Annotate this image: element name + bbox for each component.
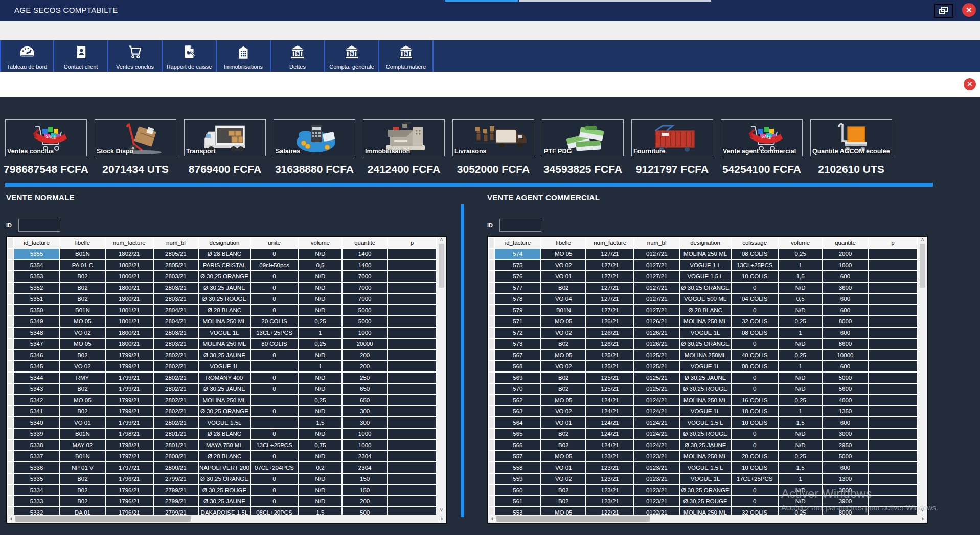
grid-cell[interactable]: 7000	[343, 271, 386, 282]
grid-cell[interactable]	[869, 496, 917, 506]
grid-cell[interactable]: 5346	[14, 350, 59, 360]
grid-cell[interactable]: 0,25	[779, 507, 822, 515]
grid-cell[interactable]: MOLINA 250 ML	[680, 249, 731, 259]
grid-cell[interactable]: Ø 30,25 JAUNE	[680, 373, 731, 383]
vertical-scroll-thumb[interactable]	[439, 244, 444, 288]
grid-cell[interactable]: MO 05	[541, 395, 585, 405]
grid-cell[interactable]: 0123/21	[634, 462, 679, 473]
grid-cell[interactable]: Ø 30,25 ROUGE	[199, 294, 250, 304]
row-selector-stub[interactable]	[8, 361, 13, 371]
grid-cell[interactable]: 2799/21	[154, 485, 198, 495]
grid-cell[interactable]: 124/21	[586, 417, 633, 428]
grid-cell[interactable]: MO 05	[60, 339, 105, 349]
grid-cell[interactable]: 0125/21	[634, 350, 679, 360]
column-header[interactable]: volume	[299, 238, 341, 248]
grid-cell[interactable]: 1400	[343, 249, 386, 259]
grid-cell[interactable]: 1,5	[779, 417, 822, 428]
grid-cell[interactable]: 80 COLIS	[251, 339, 298, 349]
grid-cell[interactable]: 200	[343, 361, 386, 371]
grid-cell[interactable]: MO 05	[541, 507, 585, 515]
grid-cell[interactable]: 2801/21	[154, 429, 198, 439]
grid-cell[interactable]: 600	[823, 417, 868, 428]
grid-cell[interactable]: 10 COLIS	[732, 271, 778, 282]
grid-cell[interactable]: 5335	[14, 474, 59, 484]
grid-cell[interactable]: VO 02	[541, 474, 585, 484]
grid-cell[interactable]	[869, 474, 917, 484]
row-selector-stub[interactable]	[8, 373, 13, 383]
grid-cell[interactable]: 1	[779, 260, 822, 270]
grid-cell[interactable]: VOGUE 1L	[680, 474, 731, 484]
grid-cell[interactable]: VOGUE 1L	[680, 328, 731, 338]
grid-cell[interactable]: 0124/21	[634, 440, 679, 450]
grid-cell[interactable]: N/D	[299, 305, 341, 315]
grid-cell[interactable]: 1	[779, 406, 822, 416]
grid-cell[interactable]: N/D	[299, 283, 341, 293]
horizontal-scrollbar[interactable]: ‹›	[488, 515, 927, 523]
row-selector-stub[interactable]	[489, 451, 494, 461]
grid-cell[interactable]	[388, 283, 436, 293]
toolbar-item-contact-client[interactable]: Contact client	[54, 40, 108, 72]
grid-cell[interactable]: 0127/21	[634, 294, 679, 304]
kpi-card-image-box[interactable]: Stock Dispo	[95, 119, 176, 156]
grid-cell[interactable]: 5353	[14, 271, 59, 282]
column-header[interactable]: num_bl	[634, 238, 679, 248]
grid-cell[interactable]: 7000	[343, 294, 386, 304]
grid-cell[interactable]: 0	[732, 440, 778, 450]
grid-cell[interactable]: B02	[541, 496, 585, 506]
grid-cell[interactable]: 04 COLIS	[732, 294, 778, 304]
horizontal-scroll-thumb[interactable]	[15, 516, 191, 522]
grid-cell[interactable]: Ø 30,25 ROUGE	[680, 496, 731, 506]
grid-cell[interactable]: 564	[495, 417, 540, 428]
grid-cell[interactable]: 126/21	[586, 339, 633, 349]
grid-cell[interactable]	[869, 350, 917, 360]
grid-cell[interactable]: MO 05	[541, 350, 585, 360]
scroll-up-icon[interactable]: ˄	[921, 237, 924, 244]
grid-cell[interactable]	[388, 395, 436, 405]
grid-cell[interactable]: B02	[541, 373, 585, 383]
grid-cell[interactable]: 2802/21	[154, 361, 198, 371]
grid-cell[interactable]: VOGUE 1.5 L	[680, 462, 731, 473]
grid-cell[interactable]: 557	[495, 451, 540, 461]
grid-cell[interactable]: 18 COLIS	[732, 406, 778, 416]
grid-cell[interactable]: 07CL+204PCS	[251, 462, 298, 473]
grid-cell[interactable]: 122/21	[586, 507, 633, 515]
grid-cell[interactable]: Ø 28 BLANC	[680, 305, 731, 315]
grid-cell[interactable]: VOGUE 1L	[680, 361, 731, 371]
grid-cell[interactable]	[388, 339, 436, 349]
grid-cell[interactable]: 0	[251, 451, 298, 461]
grid-cell[interactable]: VOGUE 1.5L	[199, 417, 250, 428]
grid-cell[interactable]: MO 05	[541, 451, 585, 461]
grid-cell[interactable]: 1	[779, 474, 822, 484]
row-selector-stub[interactable]	[8, 417, 13, 428]
grid-cell[interactable]: 5343	[14, 384, 59, 394]
grid-cell[interactable]: MAYA 750 ML	[199, 440, 250, 450]
grid-cell[interactable]	[388, 384, 436, 394]
grid-cell[interactable]: NAPOLI VERT 200	[199, 462, 250, 473]
row-selector-stub[interactable]	[489, 474, 494, 484]
grid-cell[interactable]: 127/21	[586, 271, 633, 282]
grid-cell[interactable]: 0124/21	[634, 429, 679, 439]
grid-cell[interactable]: 565	[495, 429, 540, 439]
grid-cell[interactable]: 0,25	[299, 395, 341, 405]
grid-cell[interactable]: Ø 30,25 JAUNE	[199, 350, 250, 360]
grid-cell[interactable]: PA 01 C	[60, 260, 105, 270]
grid-cell[interactable]: 123/21	[586, 462, 633, 473]
grid-cell[interactable]: 10 COLIS	[732, 417, 778, 428]
row-selector-stub[interactable]	[8, 485, 13, 495]
column-header[interactable]: num_facture	[106, 238, 153, 248]
grid-cell[interactable]: B01N	[60, 249, 105, 259]
grid-cell[interactable]: DA 01	[60, 507, 105, 515]
grid-cell[interactable]: 2799/21	[154, 507, 198, 515]
grid-cell[interactable]: 578	[495, 294, 540, 304]
grid-cell[interactable]: Ø 30,25 ORANGE	[680, 485, 731, 495]
grid-cell[interactable]: 2802/21	[154, 417, 198, 428]
grid-cell[interactable]: B02	[60, 283, 105, 293]
column-header[interactable]: num_bl	[154, 238, 198, 248]
grid-cell[interactable]: 17CL+25PCS	[732, 474, 778, 484]
grid-cell[interactable]: 1000	[343, 429, 386, 439]
grid-cell[interactable]: 2800/21	[154, 451, 198, 461]
grid-cell[interactable]	[869, 384, 917, 394]
grid-cell[interactable]: Ø 30,25 ORANGE	[199, 474, 250, 484]
kpi-card-image-box[interactable]: Immobilisation	[363, 119, 445, 156]
grid-cell[interactable]: 1000	[823, 260, 868, 270]
